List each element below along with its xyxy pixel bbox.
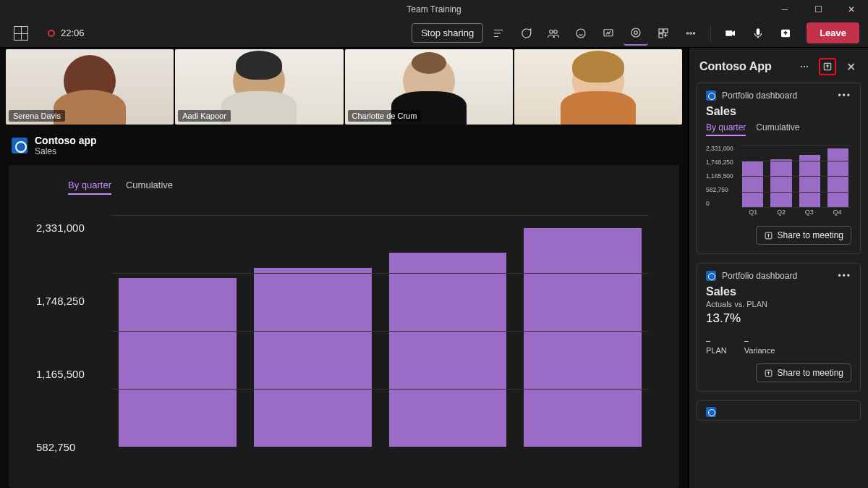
gallery-layout-button[interactable]: [9, 21, 33, 46]
panel-title: Contoso App: [699, 60, 790, 73]
shared-app-name: Contoso app: [35, 135, 97, 146]
panel-popout-button[interactable]: [819, 58, 836, 75]
whiteboard-icon[interactable]: [596, 21, 621, 46]
kpi-plan-label: PLAN: [706, 346, 727, 355]
card-title: Sales: [706, 285, 851, 298]
more-actions-icon[interactable]: [678, 21, 703, 46]
card-header: Portfolio dashboard: [722, 91, 797, 101]
svg-point-14: [801, 66, 802, 67]
participant-name: Aadi Kapoor: [178, 110, 231, 122]
app-badge-icon: [706, 407, 716, 417]
app-badge-icon: [706, 271, 716, 281]
dashboard-card-stub: [697, 400, 861, 421]
window-title: Team Training: [407, 4, 461, 14]
people-icon[interactable]: [541, 21, 566, 46]
notes-icon[interactable]: [486, 21, 511, 46]
recording-indicator-icon: [48, 30, 55, 37]
participant-name: Charlotte de Crum: [348, 110, 422, 122]
svg-point-15: [804, 66, 805, 67]
stop-sharing-button[interactable]: Stop sharing: [412, 23, 483, 43]
app-badge-icon: [706, 91, 716, 101]
mini-tab-by-quarter[interactable]: By quarter: [706, 122, 746, 136]
shared-app-header: Contoso app Sales: [0, 129, 688, 159]
card-more-icon[interactable]: •••: [838, 91, 851, 101]
kpi-variance-value: –: [744, 336, 775, 345]
dashboard-card-sales-chart: Portfolio dashboard ••• Sales By quarter…: [697, 83, 861, 254]
panel-more-icon[interactable]: [796, 58, 813, 75]
recording-timer: 22:06: [61, 28, 85, 38]
chart-tabs: By quarter Cumulative: [68, 180, 656, 195]
svg-point-11: [693, 32, 694, 33]
shared-chart-card: By quarter Cumulative 2,331,0001,748,250…: [9, 165, 679, 488]
app-badge-icon: [12, 138, 27, 153]
kpi-value: 13.7%: [706, 311, 851, 326]
kpi-variance-label: Variance: [744, 346, 775, 355]
share-to-meeting-label: Share to meeting: [778, 230, 843, 240]
svg-point-4: [631, 28, 640, 37]
tab-cumulative[interactable]: Cumulative: [126, 180, 173, 195]
panel-close-button[interactable]: ✕: [842, 58, 859, 75]
os-titlebar: Team Training ─ ☐ ✕: [0, 0, 868, 19]
card-header: Portfolio dashboard: [722, 271, 797, 281]
kpi-plan-value: –: [706, 336, 727, 345]
svg-point-10: [690, 32, 692, 33]
svg-point-9: [686, 32, 688, 33]
svg-rect-8: [659, 33, 663, 37]
window-close[interactable]: ✕: [835, 0, 868, 19]
window-maximize[interactable]: ☐: [801, 0, 835, 19]
panel-header: Contoso App ✕: [689, 48, 868, 83]
card-title: Sales: [706, 105, 851, 118]
shared-app-subtitle: Sales: [35, 146, 97, 156]
reactions-icon[interactable]: [569, 21, 593, 46]
chat-icon[interactable]: [514, 21, 538, 46]
participant-strip: Serena Davis Aadi Kapoor Charlotte de Cr…: [0, 48, 688, 129]
dashboard-card-sales-kpi: Portfolio dashboard ••• Sales Actuals vs…: [697, 263, 861, 392]
share-to-meeting-button[interactable]: Share to meeting: [756, 226, 851, 245]
mini-sales-chart: 2,331,0001,748,2501,165,500582,7500 Q1Q2…: [706, 145, 851, 217]
sales-bar-chart: 2,331,0001,748,2501,165,500582,750: [32, 215, 656, 447]
card-more-icon[interactable]: •••: [838, 271, 851, 281]
meeting-toolbar: 22:06 Stop sharing: [0, 19, 868, 48]
window-minimize[interactable]: ─: [768, 0, 801, 19]
participant-name: Serena Davis: [9, 110, 65, 122]
svg-rect-6: [659, 29, 663, 33]
share-to-meeting-button[interactable]: Share to meeting: [756, 363, 851, 382]
participant-tile[interactable]: Charlotte de Crum: [345, 49, 513, 125]
svg-point-2: [576, 29, 585, 38]
tab-by-quarter[interactable]: By quarter: [68, 180, 111, 195]
app-panel-icon[interactable]: [624, 21, 648, 46]
share-to-meeting-label: Share to meeting: [778, 368, 843, 378]
camera-toggle[interactable]: [718, 21, 743, 46]
grid-icon: [14, 26, 28, 41]
mini-tab-cumulative[interactable]: Cumulative: [756, 122, 799, 136]
leave-button[interactable]: Leave: [807, 22, 859, 43]
apps-icon[interactable]: [651, 21, 676, 46]
svg-point-16: [807, 66, 808, 67]
participant-tile[interactable]: Aadi Kapoor: [175, 49, 343, 125]
svg-point-1: [554, 30, 558, 33]
share-screen-button[interactable]: [773, 21, 798, 46]
toolbar-divider: [710, 25, 711, 42]
card-subtitle: Actuals vs. PLAN: [706, 300, 851, 308]
svg-point-0: [550, 30, 553, 33]
mic-toggle[interactable]: [746, 21, 770, 46]
svg-point-5: [634, 30, 638, 34]
svg-rect-7: [664, 29, 668, 33]
participant-tile[interactable]: Serena Davis: [6, 49, 174, 125]
participant-tile[interactable]: [514, 49, 682, 125]
svg-rect-12: [757, 28, 760, 35]
app-side-panel: Contoso App ✕ Portfolio dashboard ••• Sa…: [689, 48, 868, 488]
